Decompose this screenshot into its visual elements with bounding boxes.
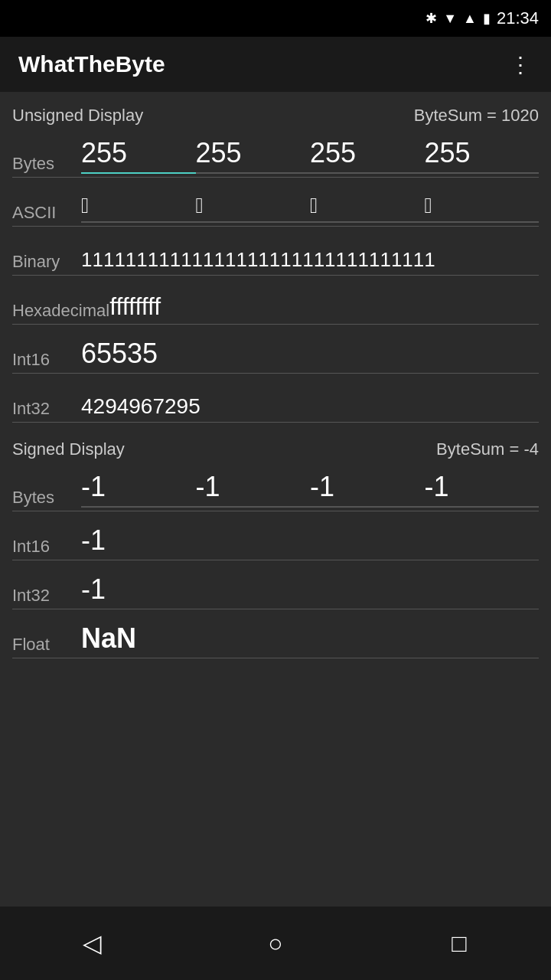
app-title: WhatTheByte xyxy=(18,51,165,77)
unsigned-byte-1[interactable]: 255 xyxy=(196,137,311,174)
unsigned-int16-label: Int16 xyxy=(12,350,81,370)
unsigned-int32-label: Int32 xyxy=(12,399,81,419)
signed-label: Signed Display xyxy=(12,439,125,459)
signed-bytes-label: Bytes xyxy=(12,488,81,508)
ascii-value-0:  xyxy=(81,194,196,223)
hex-value: ffffffff xyxy=(109,292,539,321)
wifi-icon: ▼ xyxy=(443,11,457,27)
unsigned-byte-0[interactable]: 255 xyxy=(81,137,196,174)
unsigned-bytes-label: Bytes xyxy=(12,154,81,174)
signed-byte-value-0: -1 xyxy=(81,471,196,508)
status-bar: ✱ ▼ ▲ ▮ 21:34 xyxy=(0,0,551,37)
ascii-value-3:  xyxy=(425,194,540,223)
unsigned-int16-value: 65535 xyxy=(81,338,539,370)
ascii-cell-0[interactable]:  xyxy=(81,194,196,223)
main-content: Unsigned Display ByteSum = 1020 Bytes 25… xyxy=(0,92,551,906)
signed-byte-3[interactable]: -1 xyxy=(425,471,540,508)
signed-int32-row: Int32 -1 xyxy=(12,560,539,609)
unsigned-byte-value-3: 255 xyxy=(425,137,540,174)
signed-byte-value-3: -1 xyxy=(425,471,540,508)
app-bar: WhatTheByte ⋮ xyxy=(0,37,551,92)
signed-bytes-row: Bytes -1 -1 -1 -1 xyxy=(12,462,539,511)
unsigned-bytesum: ByteSum = 1020 xyxy=(414,106,539,126)
back-button[interactable]: ◁ xyxy=(69,920,115,966)
ascii-cells:     xyxy=(81,194,539,223)
unsigned-int16-row: Int16 65535 xyxy=(12,325,539,374)
float-row: Float NaN xyxy=(12,609,539,658)
unsigned-byte-value-2: 255 xyxy=(310,137,425,174)
unsigned-int32-row: Int32 4294967295 xyxy=(12,374,539,423)
unsigned-bytes-cells: 255 255 255 255 xyxy=(81,137,539,174)
unsigned-label: Unsigned Display xyxy=(12,106,143,126)
ascii-row: ASCII     xyxy=(12,178,539,227)
signed-byte-1[interactable]: -1 xyxy=(196,471,311,508)
unsigned-byte-2[interactable]: 255 xyxy=(310,137,425,174)
bottom-nav: ◁ ○ □ xyxy=(0,906,551,980)
binary-row: Binary 11111111111111111111111111111111 xyxy=(12,227,539,276)
signed-int16-row: Int16 -1 xyxy=(12,511,539,560)
recents-button[interactable]: □ xyxy=(436,920,482,966)
unsigned-bytes-row: Bytes 255 255 255 255 xyxy=(12,129,539,178)
signed-byte-value-2: -1 xyxy=(310,471,425,508)
signed-byte-0[interactable]: -1 xyxy=(81,471,196,508)
signed-int16-value: -1 xyxy=(81,524,539,557)
float-label: Float xyxy=(12,635,81,655)
signed-byte-value-1: -1 xyxy=(196,471,311,508)
float-value: NaN xyxy=(81,622,539,655)
binary-value: 11111111111111111111111111111111 xyxy=(81,248,435,272)
unsigned-byte-value-0: 255 xyxy=(81,137,196,174)
hex-row: Hexadecimal ffffffff xyxy=(12,276,539,325)
ascii-cell-2[interactable]:  xyxy=(310,194,425,223)
signed-int16-label: Int16 xyxy=(12,537,81,557)
signed-int32-value: -1 xyxy=(81,573,539,606)
signed-section-header: Signed Display ByteSum = -4 xyxy=(12,426,539,462)
status-time: 21:34 xyxy=(497,8,539,28)
status-icons: ✱ ▼ ▲ ▮ 21:34 xyxy=(425,8,539,28)
signed-bytesum: ByteSum = -4 xyxy=(436,439,539,459)
signed-int32-label: Int32 xyxy=(12,586,81,606)
hex-label: Hexadecimal xyxy=(12,301,109,321)
ascii-cell-1[interactable]:  xyxy=(196,194,311,223)
ascii-value-1:  xyxy=(196,194,311,223)
unsigned-section-header: Unsigned Display ByteSum = 1020 xyxy=(12,92,539,129)
ascii-label: ASCII xyxy=(12,203,81,223)
signal-icon: ▲ xyxy=(463,11,477,27)
ascii-value-2:  xyxy=(310,194,425,223)
unsigned-byte-3[interactable]: 255 xyxy=(425,137,540,174)
unsigned-int32-value: 4294967295 xyxy=(81,394,539,419)
ascii-cell-3[interactable]:  xyxy=(425,194,540,223)
menu-button[interactable]: ⋮ xyxy=(510,52,533,77)
binary-label: Binary xyxy=(12,252,81,272)
signed-bytes-cells: -1 -1 -1 -1 xyxy=(81,471,539,508)
home-button[interactable]: ○ xyxy=(253,920,298,966)
signed-byte-2[interactable]: -1 xyxy=(310,471,425,508)
bluetooth-icon: ✱ xyxy=(425,10,437,27)
battery-icon: ▮ xyxy=(483,10,491,27)
unsigned-byte-value-1: 255 xyxy=(196,137,311,174)
